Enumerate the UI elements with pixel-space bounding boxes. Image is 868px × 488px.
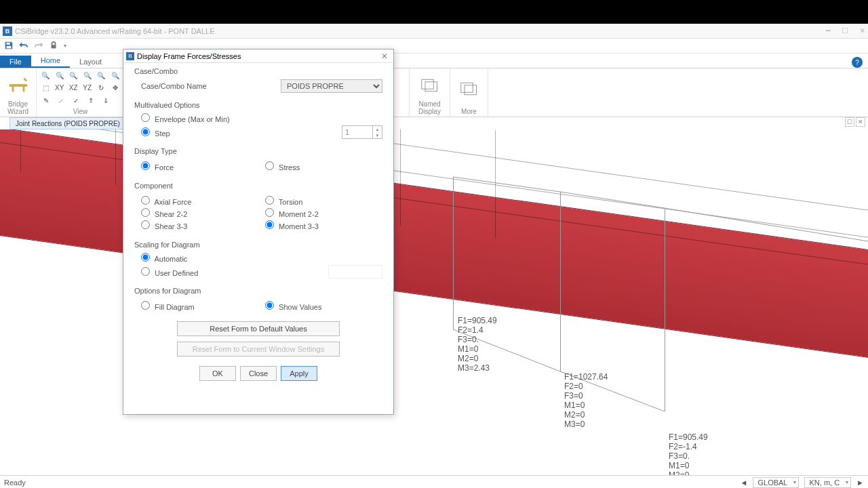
rotate-icon[interactable]: ↻	[96, 83, 106, 94]
zoom-prev-icon[interactable]: 🔍	[96, 70, 106, 81]
case-combo-select[interactable]: POIDS PROPRE	[281, 79, 382, 93]
svg-rect-3	[9, 84, 26, 87]
measure-icon[interactable]: ⟋	[56, 95, 66, 106]
app-logo-icon: B	[3, 26, 12, 36]
dialog-logo-icon: B	[126, 52, 134, 60]
svg-marker-6	[23, 77, 27, 81]
reset-default-button[interactable]: Reset Form to Default Values	[177, 321, 340, 336]
zoom-in-icon[interactable]: 🔍	[41, 70, 51, 81]
radio-fill-diagram[interactable]: Fill Diagram	[141, 301, 195, 311]
group-header: Case/Combo	[134, 67, 382, 75]
group-header: Options for Diagram	[134, 287, 382, 295]
view-yz-icon[interactable]: YZ	[83, 83, 93, 94]
window-close-icon[interactable]: ✕	[859, 26, 865, 35]
radio-envelope[interactable]: Envelope (Max or Min)	[141, 113, 230, 123]
undo-icon[interactable]	[19, 41, 28, 52]
zoom-extents-icon[interactable]: 🔍	[68, 70, 79, 81]
dialog-close-icon[interactable]: ✕	[378, 52, 391, 61]
view-xz-icon[interactable]: XZ	[68, 83, 79, 94]
dialog-body: Case/Combo Case/Combo Name POIDS PROPRE …	[123, 63, 393, 414]
case-name-label: Case/Combo Name	[141, 82, 207, 90]
dialog-title: Display Frame Forces/Stresses	[137, 52, 241, 60]
group-header: Display Type	[134, 147, 382, 155]
app-title: CSiBridge v23.2.0 Advanced w/Rating 64-b…	[15, 27, 215, 35]
svg-line-13	[453, 177, 560, 192]
svg-rect-9	[460, 83, 473, 92]
view-xy-icon[interactable]: XY	[55, 83, 65, 94]
spin-up-icon[interactable]: ▲	[373, 126, 382, 132]
coord-system-dropdown[interactable]: GLOBAL	[753, 477, 799, 488]
svg-rect-2	[52, 45, 56, 48]
view-close-icon[interactable]: ✕	[856, 117, 865, 127]
joint-readout-2: F1=1027.64 F2=0 F3=0 M1=0 M2=0 M3=0	[564, 372, 608, 429]
dialog-frame-forces: B Display Frame Forces/Stresses ✕ Case/C…	[123, 49, 394, 415]
named-display-icon[interactable]	[420, 78, 439, 93]
radio-automatic[interactable]: Automatic	[141, 253, 187, 263]
svg-rect-5	[22, 86, 24, 92]
window-maximize-icon[interactable]: ☐	[842, 26, 848, 35]
redo-icon[interactable]	[34, 41, 43, 52]
radio-moment22[interactable]: Moment 2-2	[265, 208, 319, 218]
more-icon[interactable]	[460, 81, 479, 96]
radio-show-values[interactable]: Show Values	[265, 301, 321, 311]
ribbon-group-named-display: Named Display	[410, 68, 450, 117]
scroll-right-icon[interactable]: ►	[856, 479, 864, 487]
ribbon-group-wizard: Bridge Wizard	[0, 68, 37, 117]
down-icon[interactable]: ⇓	[100, 95, 111, 106]
radio-shear22[interactable]: Shear 2-2	[141, 208, 187, 218]
check-icon[interactable]: ✓	[71, 95, 81, 106]
ribbon-tab-home[interactable]: Home	[31, 54, 70, 68]
radio-moment33[interactable]: Moment 3-3	[265, 220, 319, 230]
group-multivalued: Multivalued Options Envelope (Max or Min…	[134, 101, 382, 139]
up-icon[interactable]: ⇑	[85, 95, 96, 106]
pen-icon[interactable]: ✎	[41, 95, 52, 106]
svg-rect-1	[7, 45, 12, 48]
zoom-window-icon[interactable]: 🔍	[83, 70, 93, 81]
ribbon-group-view: 🔍 🔍 🔍 🔍 🔍 🔍 ⬚ XY XZ YZ ↻ ✥ ✎ ⟋ ✓ ⇑ ⇓ Vie…	[37, 68, 125, 117]
ribbon-tab-layout[interactable]: Layout	[70, 56, 111, 68]
close-button[interactable]: Close	[240, 366, 277, 381]
group-display-type: Display Type Force Stress	[134, 147, 382, 174]
group-case-combo: Case/Combo Case/Combo Name POIDS PROPRE	[134, 67, 382, 93]
ribbon-group-label: More	[461, 108, 477, 117]
radio-stress[interactable]: Stress	[265, 161, 300, 171]
pan-icon[interactable]: ✥	[111, 83, 121, 94]
dialog-titlebar[interactable]: B Display Frame Forces/Stresses ✕	[123, 49, 393, 63]
radio-user-defined[interactable]: User Defined	[141, 267, 198, 277]
zoom-out-icon[interactable]: 🔍	[55, 70, 65, 81]
app-titlebar: B CSiBridge v23.2.0 Advanced w/Rating 64…	[0, 24, 868, 39]
radio-torsion[interactable]: Torsion	[265, 196, 302, 206]
units-dropdown[interactable]: KN, m, C	[804, 477, 851, 488]
radio-axial[interactable]: Axial Force	[141, 196, 191, 206]
window-minimize-icon[interactable]: ━	[826, 26, 831, 35]
joint-readout-1: F1=905.49 F2=1.4 F3=0. M1=0 M2=0 M3=2.43	[458, 316, 497, 373]
view-max-icon[interactable]: ☐	[845, 117, 854, 127]
lock-icon[interactable]	[49, 41, 58, 52]
view-3d-icon[interactable]: ⬚	[41, 83, 51, 94]
save-icon[interactable]	[4, 41, 14, 52]
radio-force[interactable]: Force	[141, 161, 174, 171]
group-header: Scaling for Diagram	[134, 241, 382, 249]
bridge-wizard-icon[interactable]	[8, 75, 28, 96]
zoom-icon[interactable]: 🔍	[111, 70, 121, 81]
reset-current-button: Reset Form to Current Window Settings	[177, 342, 340, 357]
view-tab[interactable]: Joint Reactions (POIDS PROPRE)	[9, 117, 126, 129]
ribbon-tab-file[interactable]: File	[0, 56, 31, 68]
user-scale-input[interactable]	[328, 265, 382, 279]
svg-rect-7	[421, 79, 433, 89]
coord-arrow-left-icon[interactable]: ◄	[741, 479, 748, 487]
svg-rect-8	[425, 81, 437, 91]
radio-step[interactable]: Step	[141, 127, 170, 138]
qat-dropdown-icon[interactable]: ▾	[64, 43, 66, 49]
view-tab-controls: ☐ ✕	[845, 117, 865, 127]
radio-shear33[interactable]: Shear 3-3	[141, 220, 187, 230]
step-spinner[interactable]: 1▲▼	[342, 125, 382, 139]
group-header: Multivalued Options	[134, 101, 382, 109]
help-icon[interactable]: ?	[852, 57, 863, 68]
svg-rect-10	[465, 85, 477, 95]
ok-button[interactable]: OK	[199, 366, 236, 381]
svg-line-15	[665, 208, 868, 241]
spin-down-icon[interactable]: ▼	[373, 132, 382, 138]
apply-button[interactable]: Apply	[281, 366, 317, 381]
group-scaling: Scaling for Diagram Automatic User Defin…	[134, 241, 382, 279]
